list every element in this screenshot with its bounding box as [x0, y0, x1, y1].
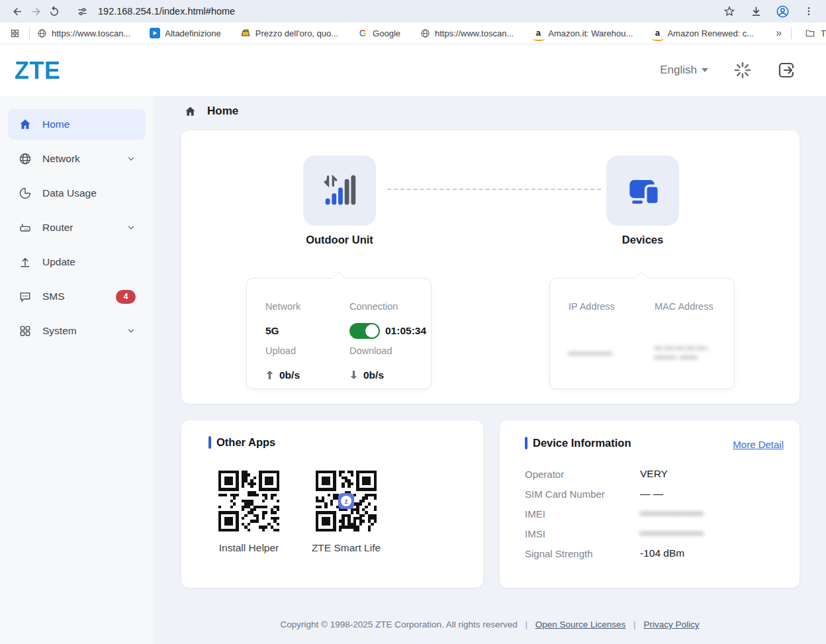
bookmark-toscana-1[interactable]: https://www.toscan... — [36, 28, 130, 38]
forward-arrow-icon — [30, 5, 42, 18]
forward-button[interactable] — [26, 2, 45, 21]
all-bookmarks-button[interactable]: Tutti i preferiti — [805, 28, 826, 38]
bookmark-toscana-2[interactable]: https://www.toscan... — [420, 28, 514, 38]
logout-icon — [777, 60, 797, 80]
info-value-redacted: ••••••••••••••• — [640, 528, 704, 539]
site-settings-button[interactable] — [73, 2, 91, 21]
devices-label: Devices — [586, 234, 699, 246]
bookmark-amazon-warehouse[interactable]: a Amazon.it: Warehou... — [533, 28, 633, 38]
gold-favicon-icon — [240, 28, 251, 38]
sidebar-item-system[interactable]: System — [8, 316, 146, 346]
sidebar-item-data-usage[interactable]: Data Usage — [8, 178, 146, 208]
outdoor-unit-popover: Network Connection 5G 01:05:34 Upload Do… — [246, 278, 432, 389]
browser-toolbar: 192.168.254.1/index.html#home — [0, 0, 826, 23]
connection-label: Connection — [349, 301, 426, 317]
info-value: VERY — [640, 468, 668, 480]
breadcrumb: Home — [184, 105, 238, 118]
install-helper-qr-code — [218, 471, 279, 531]
page-footer: Copyright © 1998-2025 ZTE Corporation. A… — [154, 620, 826, 629]
bookmark-amazon-renewed[interactable]: a Amazon Renewed: c... — [652, 28, 754, 38]
chevron-down-icon — [126, 223, 136, 232]
copyright-text: Copyright © 1998-2025 ZTE Corporation. A… — [281, 620, 518, 629]
sidebar-item-label: Router — [42, 222, 73, 234]
app-header: ZTE English — [0, 44, 826, 96]
logout-button[interactable] — [777, 60, 797, 80]
back-arrow-icon — [11, 5, 24, 18]
play-favicon-icon — [150, 28, 160, 38]
footer-separator: | — [525, 620, 528, 629]
sidebar-item-sms[interactable]: SMS 4 — [8, 281, 146, 312]
sms-unread-badge: 4 — [116, 290, 136, 304]
upload-value: 0b/s — [279, 369, 300, 381]
sidebar-item-label: System — [42, 325, 77, 337]
bookmark-google[interactable]: G Google — [357, 28, 400, 38]
sidebar-item-home[interactable]: Home — [8, 109, 146, 140]
toggle-knob — [365, 324, 379, 338]
devices-tile[interactable] — [606, 156, 679, 226]
devices-popover: IP Address MAC Address •••••••••••• ••:•… — [549, 278, 735, 389]
sidebar-item-network[interactable]: Network — [8, 144, 146, 174]
sidebar-item-router[interactable]: Router — [8, 212, 146, 243]
sidebar-item-label: Home — [42, 118, 69, 130]
chevron-down-icon — [126, 154, 136, 163]
language-dropdown[interactable]: English — [660, 64, 708, 77]
bookmark-label: Google — [373, 28, 400, 38]
sidebar-item-label: Data Usage — [42, 187, 97, 199]
bookmark-star-button[interactable] — [720, 2, 739, 21]
download-arrow-icon — [349, 370, 358, 380]
open-source-licenses-link[interactable]: Open Source Licenses — [535, 620, 626, 629]
home-icon — [184, 105, 197, 118]
profile-button[interactable] — [773, 2, 792, 21]
mac-address-label: MAC Address — [655, 301, 723, 317]
outdoor-unit-tile[interactable] — [303, 156, 376, 226]
privacy-policy-link[interactable]: Privacy Policy — [643, 620, 699, 629]
install-helper-label: Install Helper — [199, 542, 298, 554]
amazon-favicon-icon: a — [652, 28, 663, 38]
info-label: IMSI — [525, 528, 640, 539]
reload-button[interactable] — [45, 2, 64, 21]
upload-label: Upload — [265, 345, 349, 361]
footer-separator: | — [633, 620, 636, 629]
bookmark-label: Amazon Renewed: c... — [667, 28, 754, 38]
zte-logo: ZTE — [15, 56, 61, 85]
apps-grid-button[interactable] — [7, 25, 23, 41]
chevron-down-icon — [126, 326, 136, 336]
downloads-button[interactable] — [747, 2, 765, 21]
tune-icon — [77, 6, 88, 17]
restart-button[interactable] — [733, 61, 752, 79]
sidebar: Home Network Data Usage Router Update SM… — [0, 96, 154, 644]
bookmarks-overflow-button[interactable]: » — [773, 27, 784, 39]
folder-icon — [805, 28, 815, 38]
back-button[interactable] — [8, 2, 26, 21]
connection-toggle[interactable] — [349, 323, 380, 339]
address-bar[interactable]: 192.168.254.1/index.html#home — [98, 6, 235, 17]
device-information-card: Device Information More Detail Operator … — [500, 420, 800, 588]
pie-chart-icon — [18, 187, 32, 201]
ip-address-value-redacted: •••••••••••• — [569, 348, 613, 358]
info-value-redacted: ••••••••••••••• — [640, 508, 704, 520]
chrome-menu-button[interactable] — [800, 2, 818, 21]
connection-dashed-line — [387, 189, 601, 190]
mac-address-value-redacted: ••:••:••:••:••: — [655, 344, 709, 352]
chevron-down-icon — [702, 68, 708, 72]
bookmarks-bar: https://www.toscan... Altadefinizione Pr… — [0, 23, 826, 44]
bookmarks-separator — [791, 27, 792, 39]
info-value: -104 dBm — [640, 547, 684, 559]
sidebar-item-update[interactable]: Update — [8, 247, 146, 277]
globe-favicon-icon — [36, 28, 47, 38]
spinner-icon — [733, 61, 752, 79]
bookmark-prezzo-oro[interactable]: Prezzo dell'oro, quo... — [240, 28, 338, 38]
main-content: Home — [154, 96, 826, 644]
info-row-imsi: IMSI ••••••••••••••• — [525, 524, 784, 543]
network-value: 5G — [265, 322, 349, 340]
globe-icon — [18, 152, 32, 166]
profile-icon — [776, 5, 790, 19]
bookmark-altadefinizione[interactable]: Altadefinizione — [150, 28, 221, 38]
bookmark-label: Altadefinizione — [165, 28, 221, 38]
globe-favicon-icon — [420, 28, 430, 38]
sidebar-item-label: SMS — [42, 291, 65, 302]
more-detail-link[interactable]: More Detail — [733, 439, 784, 450]
network-label: Network — [265, 301, 349, 317]
google-favicon-icon: G — [357, 28, 368, 38]
device-information-title: Device Information — [525, 437, 631, 449]
